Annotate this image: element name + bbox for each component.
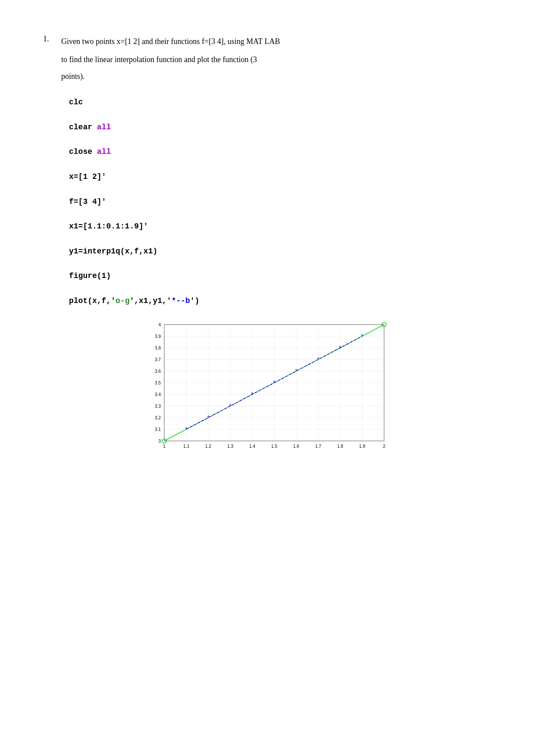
svg-text:3.1: 3.1 (155, 427, 161, 432)
plot-container: 3 3.1 3.2 3.3 3.4 3.5 3.6 3.7 3. (143, 320, 393, 458)
code-figure: figure(1) (69, 270, 492, 282)
code-y1-assign: y1=interp1q(x,f,x1) (69, 245, 492, 258)
svg-text:*: * (295, 368, 297, 374)
svg-text:*: * (185, 426, 187, 432)
svg-text:*: * (251, 391, 253, 397)
svg-text:*: * (207, 415, 209, 421)
svg-text:3.8: 3.8 (155, 346, 161, 350)
svg-text:*: * (317, 356, 319, 362)
question-text-line2: to find the linear interpolation functio… (43, 53, 492, 66)
svg-text:1.6: 1.6 (293, 444, 299, 449)
svg-text:3.9: 3.9 (155, 334, 161, 339)
svg-text:3.6: 3.6 (155, 369, 161, 374)
svg-text:3.5: 3.5 (155, 381, 161, 385)
svg-text:*: * (273, 380, 275, 386)
code-close: close all (69, 146, 492, 158)
svg-text:1.5: 1.5 (271, 444, 277, 449)
svg-text:1.2: 1.2 (205, 444, 211, 449)
question-number-row: 1. Given two points x=[1 2] and their fu… (43, 34, 492, 48)
svg-text:3.2: 3.2 (155, 415, 161, 420)
code-x-assign: x=[1 2]' (69, 171, 492, 183)
svg-text:*: * (361, 333, 363, 339)
code-plot: plot(x,f,'o-g',x1,y1,'*--b') (69, 295, 492, 307)
svg-text:1.4: 1.4 (249, 444, 255, 449)
question-block: 1. Given two points x=[1 2] and their fu… (43, 34, 492, 83)
svg-text:*: * (229, 403, 231, 409)
svg-text:3.7: 3.7 (155, 357, 161, 362)
svg-text:1.1: 1.1 (183, 444, 189, 449)
svg-text:1.3: 1.3 (227, 444, 233, 449)
question-text-line3: points). (43, 69, 492, 83)
svg-text:1.7: 1.7 (315, 444, 321, 449)
svg-text:1.8: 1.8 (337, 444, 343, 449)
svg-text:2: 2 (383, 444, 385, 449)
chart-area: 3 3.1 3.2 3.3 3.4 3.5 3.6 3.7 3. (143, 320, 393, 458)
question-text-line1: Given two points x=[1 2] and their funct… (61, 34, 280, 48)
svg-text:1.9: 1.9 (359, 444, 365, 449)
question-number-label: 1. (43, 34, 56, 44)
code-clear: clear all (69, 121, 492, 134)
svg-text:4: 4 (158, 322, 161, 327)
svg-text:3: 3 (158, 439, 161, 444)
code-clc: clc (69, 96, 492, 109)
chart-svg: 3 3.1 3.2 3.3 3.4 3.5 3.6 3.7 3. (143, 320, 393, 458)
svg-text:3.4: 3.4 (155, 392, 161, 397)
svg-text:*: * (339, 345, 341, 351)
code-block: clc clear all close all x=[1 2]' f=[3 4]… (69, 96, 492, 307)
code-f-assign: f=[3 4]' (69, 196, 492, 208)
svg-text:1: 1 (163, 444, 166, 449)
svg-text:3.3: 3.3 (155, 404, 161, 409)
code-x1-assign: x1=[1.1:0.1:1.9]' (69, 220, 492, 233)
